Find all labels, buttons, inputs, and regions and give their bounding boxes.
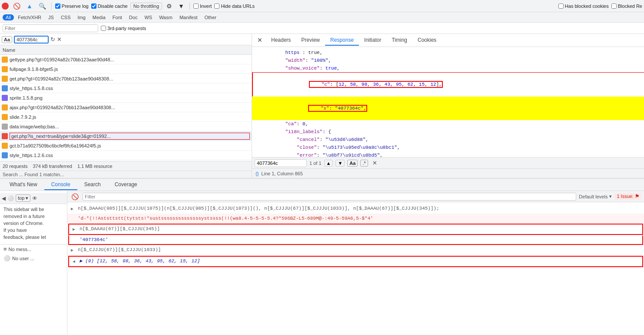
disable-cache-checkbox[interactable]: Disable cache bbox=[91, 3, 128, 9]
type-tab-ws[interactable]: WS bbox=[141, 14, 155, 20]
network-list: gettype.php?gt=019924a82c70bb123aae90d48… bbox=[0, 55, 252, 161]
search-button[interactable]: 🔍 bbox=[37, 2, 48, 10]
hide-data-urls-checkbox[interactable]: Hide data URLs bbox=[214, 3, 255, 9]
tab-coverage[interactable]: Coverage bbox=[108, 180, 144, 190]
type-tab-all[interactable]: All bbox=[3, 14, 14, 20]
row-icon bbox=[2, 66, 8, 72]
console-text: n[$_DAAAU(67)][$_CJJJU(345)] bbox=[80, 225, 639, 233]
network-row[interactable]: ajax.php?gt=019924a82c70bb123aae90d48308… bbox=[0, 103, 252, 112]
type-tab-other[interactable]: Other bbox=[201, 14, 219, 20]
tab-response[interactable]: Response bbox=[325, 35, 359, 46]
network-row[interactable]: slide.7.9.2.js bbox=[0, 112, 252, 122]
next-match-btn[interactable]: ▼ bbox=[335, 160, 345, 167]
record-button[interactable] bbox=[2, 3, 9, 10]
has-blocked-cookies-checkbox[interactable]: Has blocked cookies bbox=[558, 3, 609, 9]
type-tab-js[interactable]: JS bbox=[45, 14, 57, 20]
console-line-red-box[interactable]: ▶ n[$_DAAAU(67)][$_CJJJU(345)] bbox=[68, 224, 643, 235]
console-line-array[interactable]: ◀ ▶ (9) [12, 58, 98, 36, 43, 95, 62, 15,… bbox=[68, 256, 643, 267]
tab-initiator[interactable]: Initiator bbox=[359, 35, 386, 46]
aa-button[interactable]: Aa bbox=[2, 36, 12, 43]
issue-icon: ⚑ bbox=[635, 194, 639, 199]
third-party-checkbox[interactable]: 3rd-party requests bbox=[101, 26, 146, 31]
cancel-search-btn[interactable]: ✕ bbox=[372, 160, 377, 166]
type-tab-fetchxhr[interactable]: Fetch/XHR bbox=[15, 14, 44, 20]
filter-input[interactable] bbox=[3, 24, 98, 32]
console-toolbar: 🚫 Default levels ▾ 1 Issue: ⚑ bbox=[67, 191, 644, 202]
clear-button[interactable]: 🚫 bbox=[11, 2, 22, 10]
tab-preview[interactable]: Preview bbox=[296, 35, 325, 46]
network-row[interactable]: data:image/webp;bas... bbox=[0, 122, 252, 131]
network-stats: 20 requests 374 kB transferred 1.1 MB re… bbox=[0, 161, 252, 171]
tab-cookies[interactable]: Cookies bbox=[412, 35, 442, 46]
row-icon bbox=[2, 95, 8, 101]
network-row[interactable]: style_https.1.2.6.css bbox=[0, 151, 252, 160]
invert-checkbox[interactable]: Invert bbox=[193, 3, 212, 9]
forward-btn[interactable]: ⚪ bbox=[7, 195, 14, 201]
console-level-dropdown[interactable]: Default levels ▾ bbox=[579, 194, 612, 199]
tab-search[interactable]: Search bbox=[77, 180, 108, 190]
expand-icon[interactable]: ▶ bbox=[71, 247, 77, 255]
tab-timing[interactable]: Timing bbox=[386, 35, 412, 46]
row-name: gettype.php?gt=019924a82c70bb123aae90d48… bbox=[10, 57, 250, 62]
response-line: "error": "\u8bf7\u91cd\u8bd5", bbox=[252, 151, 644, 157]
transfer-size: 374 kB transferred bbox=[33, 164, 72, 169]
console-line[interactable]: ▶ n[$_DAAAU(985)][$_CJJJU(1075)](n[$_CJJ… bbox=[67, 204, 644, 214]
top-dropdown[interactable]: top ▾ bbox=[16, 194, 30, 202]
response-search-input[interactable] bbox=[255, 159, 307, 167]
network-row[interactable]: sprite.1.5.8.png bbox=[0, 93, 252, 103]
type-tab-img[interactable]: Img bbox=[75, 14, 89, 20]
type-tab-font[interactable]: Font bbox=[110, 14, 125, 20]
status-bar: {} Line 1, Column 865 bbox=[252, 168, 644, 178]
regex-label[interactable]: .* bbox=[360, 160, 368, 167]
tab-whats-new[interactable]: What's New bbox=[3, 180, 44, 190]
tab-console[interactable]: Console bbox=[44, 180, 77, 190]
console-main: 🚫 Default levels ▾ 1 Issue: ⚑ ▶ n[ bbox=[67, 191, 644, 335]
type-tab-manifest[interactable]: Manifest bbox=[176, 14, 201, 20]
search-refresh-btn[interactable]: ↻ bbox=[50, 36, 55, 43]
eye-btn[interactable]: 👁 bbox=[32, 195, 37, 201]
console-line[interactable]: ▶ n[$_CJJJU(67)][$_CJJJU(1033)] bbox=[67, 245, 644, 255]
network-row[interactable]: gct.b71a9027509bc6bcfef9fc6a196424f5.js bbox=[0, 141, 252, 151]
tab-close[interactable]: ✕ bbox=[254, 36, 266, 45]
type-tab-media[interactable]: Media bbox=[90, 14, 109, 20]
prev-match-btn[interactable]: ▲ bbox=[324, 160, 333, 167]
console-line[interactable]: 'd-*(!!Aststtstt(tytsts!*sustsssssssssss… bbox=[67, 214, 644, 223]
bottom-tabs-bar: What's New Console Search Coverage bbox=[0, 178, 644, 191]
devtools-container: 🚫 ▲ 🔍 Preserve log Disable cache No thro… bbox=[0, 0, 644, 335]
row-icon bbox=[2, 76, 8, 82]
tab-headers[interactable]: Headers bbox=[266, 35, 296, 46]
aa-label[interactable]: Aa bbox=[347, 160, 358, 167]
settings-btn[interactable]: ⚙ bbox=[165, 2, 174, 10]
console-line-blue[interactable]: '4077364c' bbox=[68, 235, 643, 245]
more-btn[interactable]: ▼ bbox=[176, 2, 186, 10]
type-tab-wasm[interactable]: Wasm bbox=[156, 14, 176, 20]
network-row-selected[interactable]: get.php?is_next=true&type=slide3&gt=0199… bbox=[0, 131, 252, 141]
type-tab-doc[interactable]: Doc bbox=[126, 14, 141, 20]
back-btn[interactable]: ◀ bbox=[2, 195, 6, 201]
network-row[interactable]: fullpage.9.1.8-bfget5.js bbox=[0, 64, 252, 74]
clear-console-btn[interactable]: 🚫 bbox=[70, 193, 80, 201]
blocked-re-checkbox[interactable]: Blocked Re bbox=[611, 3, 642, 9]
type-tab-css[interactable]: CSS bbox=[58, 14, 74, 20]
preserve-log-checkbox[interactable]: Preserve log bbox=[55, 3, 89, 9]
network-row[interactable]: style_https.1.5.8.css bbox=[0, 84, 252, 93]
throttling-button[interactable]: No throttling bbox=[130, 3, 162, 10]
sidebar-item-no-messages[interactable]: ≡ No mess... bbox=[0, 245, 67, 254]
chevron-down-icon: ▾ bbox=[609, 194, 612, 199]
sidebar-item-no-users[interactable]: ⚪ No user ... bbox=[0, 254, 67, 263]
search-close-btn[interactable]: ✕ bbox=[57, 36, 62, 43]
console-text-value: '4077364c' bbox=[80, 236, 639, 244]
format-icon[interactable]: {} bbox=[256, 171, 259, 176]
response-line: "close": "\u5173\u95ed\u9a8c\u8bc1", bbox=[252, 144, 644, 151]
network-row[interactable]: get.php?gt=019924a82c70bb123aae90d48308.… bbox=[0, 74, 252, 84]
issue-badge[interactable]: 1 Issue: ⚑ bbox=[614, 193, 641, 200]
import-button[interactable]: ▲ bbox=[25, 2, 34, 10]
expand-icon[interactable]: ◀ bbox=[73, 258, 79, 266]
network-row[interactable]: gettype.php?gt=019924a82c70bb123aae90d48… bbox=[0, 55, 252, 64]
expand-icon[interactable]: ▶ bbox=[73, 226, 79, 234]
console-filter-input[interactable] bbox=[83, 193, 576, 201]
row-icon bbox=[2, 152, 8, 158]
expand-icon[interactable]: ▶ bbox=[71, 205, 77, 213]
name-column-label: Name bbox=[3, 47, 15, 53]
row-name: slide.7.9.2.js bbox=[10, 114, 250, 120]
